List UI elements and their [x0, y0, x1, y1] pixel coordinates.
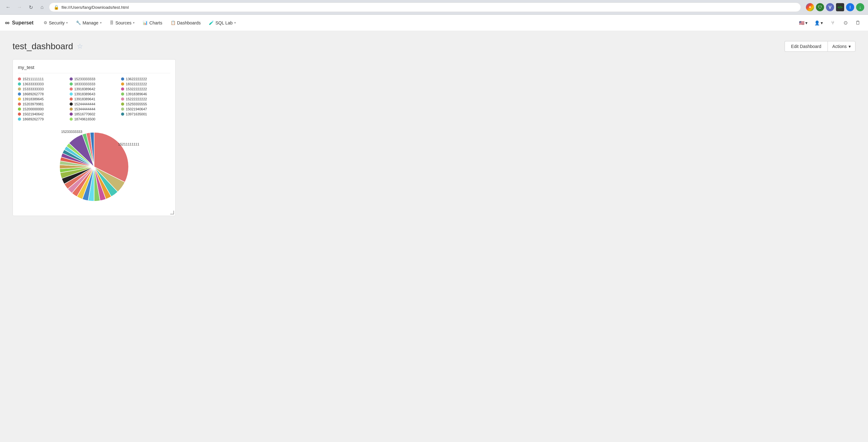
sidebar-item-manage[interactable]: 🔧 Manage ▾: [72, 19, 105, 27]
legend-label: 13918389646: [126, 92, 147, 96]
sidebar-item-sources[interactable]: 🗄 Sources ▾: [106, 19, 138, 27]
brand: ∞ Superset: [5, 19, 34, 26]
forward-button[interactable]: →: [15, 3, 24, 11]
legend-item: 13622222222: [121, 77, 170, 81]
legend-label: 18689262779: [23, 117, 43, 121]
legend-label: 13918389643: [74, 92, 95, 96]
legend-dot: [70, 107, 73, 110]
actions-button[interactable]: Actions ▾: [828, 41, 856, 52]
edit-dashboard-button[interactable]: Edit Dashboard: [784, 41, 828, 52]
legend-label: 13633333333: [23, 82, 43, 86]
language-selector[interactable]: 🇺🇸 ▾: [797, 19, 809, 27]
legend-label: 15021940647: [126, 107, 147, 111]
legend-dot: [70, 77, 73, 81]
dashboard-title-area: test_dashboard ☆: [12, 41, 83, 52]
legend-dot: [18, 83, 21, 86]
sidebar-item-dashboards[interactable]: 📋 Dashboards: [167, 19, 205, 27]
chevron-down-icon: ▾: [820, 20, 823, 25]
ext-colorful[interactable]: ✦: [806, 3, 814, 11]
ext-user[interactable]: I: [846, 3, 854, 11]
resize-handle[interactable]: [170, 211, 174, 214]
page-title: test_dashboard: [12, 41, 73, 52]
charts-label: Charts: [149, 20, 162, 25]
legend-item: 15255555555: [121, 102, 170, 106]
sidebar-item-sqllab[interactable]: 🧪 SQL Lab ▾: [205, 19, 240, 27]
legend-label: 15233333333: [74, 77, 95, 81]
legend-label: 15344444444: [74, 107, 95, 111]
reload-button[interactable]: ↻: [26, 3, 35, 11]
user-menu[interactable]: 👤 ▾: [812, 19, 825, 27]
legend-dot: [121, 83, 124, 86]
legend-item: 15222222222: [121, 97, 170, 101]
legend-dot: [70, 83, 73, 86]
legend-dot: [70, 97, 73, 101]
legend-dot: [18, 102, 21, 106]
legend-dot: [18, 107, 21, 110]
legend-dot: [121, 113, 124, 116]
legend-label: 15211111111: [23, 77, 43, 81]
dashboards-label: Dashboards: [177, 20, 201, 25]
fork-icon[interactable]: ⑂: [828, 18, 838, 28]
pie-chart: 1521111111115233333333: [47, 126, 141, 208]
github-icon[interactable]: ⊙: [840, 18, 850, 28]
chevron-down-icon: ▾: [234, 21, 236, 25]
legend-item: 15211111111: [18, 77, 67, 81]
legend-dot: [18, 113, 21, 116]
legend-dot: [18, 97, 21, 101]
app: ∞ Superset ⚙ Security ▾ 🔧 Manage ▾ 🗄 Sou…: [0, 15, 868, 440]
favorite-star-icon[interactable]: ☆: [77, 42, 83, 51]
ext-download[interactable]: ↓: [856, 3, 864, 11]
legend-item: 18333333333: [70, 82, 119, 86]
legend-label: 15021940642: [23, 112, 43, 116]
legend-label: 15333333333: [23, 87, 43, 91]
page-content: test_dashboard ☆ Edit Dashboard Actions …: [0, 31, 868, 440]
legend-dot: [18, 118, 21, 121]
ext-shield[interactable]: 🛡: [816, 3, 824, 11]
legend-dot: [121, 102, 124, 106]
legend-item: 15333333333: [18, 87, 67, 91]
chevron-down-icon: ▾: [133, 21, 134, 25]
navbar-right: 🇺🇸 ▾ 👤 ▾ ⑂ ⊙ 🗒: [797, 18, 863, 28]
dashboards-icon: 📋: [170, 20, 176, 25]
legend-item: 18322222222: [121, 82, 170, 86]
actions-label: Actions: [832, 44, 847, 49]
legend-label: 18749616500: [74, 117, 95, 121]
legend-label: 13971635001: [126, 112, 147, 116]
home-button[interactable]: ⌂: [38, 3, 46, 11]
legend-dot: [121, 77, 124, 81]
legend-item: 15203979981: [18, 102, 67, 106]
ext-v[interactable]: V: [826, 3, 834, 11]
legend-dot: [70, 102, 73, 106]
legend-label: 18689262778: [23, 92, 43, 96]
legend-dot: [18, 88, 21, 91]
sqllab-label: SQL Lab: [215, 20, 233, 25]
manage-icon: 🔧: [76, 20, 81, 25]
dashboard-header: test_dashboard ☆ Edit Dashboard Actions …: [12, 41, 856, 52]
legend-item: 13971635001: [121, 112, 170, 116]
sqllab-icon: 🧪: [209, 20, 214, 25]
legend-label: 15203979981: [23, 102, 43, 106]
legend-label: 15244444444: [74, 102, 95, 106]
chevron-down-icon: ▾: [848, 44, 851, 49]
legend-item: 18689262779: [18, 117, 67, 121]
legend-label: 18516770602: [74, 112, 95, 116]
pie-label: 15233333333: [61, 130, 82, 133]
lock-icon: 🔒: [54, 5, 59, 10]
security-icon: ⚙: [43, 20, 48, 25]
legend-item: 15200000000: [18, 107, 67, 111]
sidebar-item-security[interactable]: ⚙ Security ▾: [40, 19, 72, 27]
ext-code[interactable]: </>: [836, 3, 844, 11]
back-button[interactable]: ←: [4, 3, 12, 11]
sources-icon: 🗄: [110, 20, 114, 25]
legend-label: 15222222222: [126, 97, 147, 101]
charts-icon: 📊: [143, 20, 148, 25]
sidebar-item-charts[interactable]: 📊 Charts: [139, 19, 166, 27]
flag-icon: 🇺🇸: [799, 20, 804, 25]
legend-item: 15021940647: [121, 107, 170, 111]
header-actions: Edit Dashboard Actions ▾: [784, 41, 856, 52]
browser-extensions: ✦ 🛡 V </> I ↓: [806, 3, 864, 11]
legend-label: 15200000000: [23, 107, 43, 111]
nav-items: ⚙ Security ▾ 🔧 Manage ▾ 🗄 Sources ▾ 📊 Ch…: [40, 19, 797, 27]
info-icon[interactable]: 🗒: [853, 18, 863, 28]
address-bar[interactable]: 🔒 file:///Users/fang/Downloads/test.html: [49, 2, 801, 12]
